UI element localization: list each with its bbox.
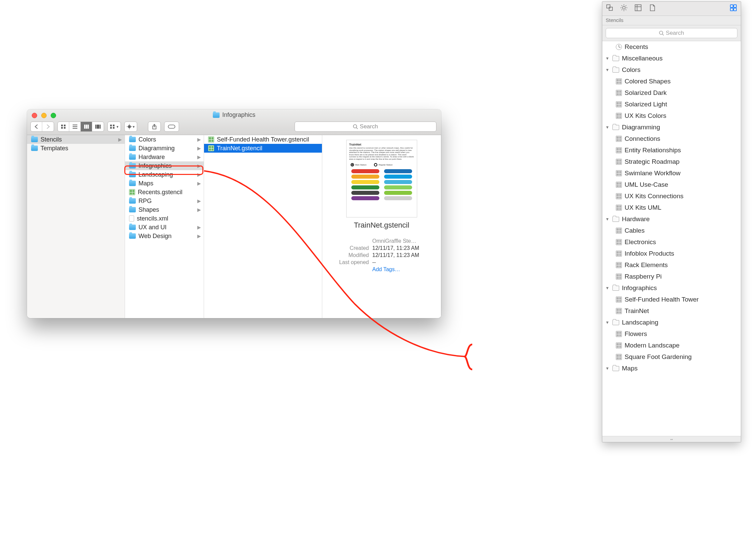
- chevron-right-icon: ▶: [197, 198, 201, 204]
- item-label: Self-Funded Health Tower.gstencil: [217, 136, 309, 143]
- finder-item[interactable]: Templates: [27, 144, 125, 153]
- add-tags-link[interactable]: Add Tags…: [372, 266, 435, 273]
- stencil-icon: [616, 239, 622, 245]
- finder-item[interactable]: Maps▶: [125, 179, 204, 188]
- tree-stencil[interactable]: UML Use-Case: [602, 179, 741, 190]
- tree-folder[interactable]: ▼Landscaping: [602, 317, 741, 328]
- tree-recents[interactable]: Recents: [602, 41, 741, 53]
- finder-item[interactable]: Hardware▶: [125, 153, 204, 161]
- svg-rect-33: [734, 5, 736, 7]
- tags-button[interactable]: [164, 122, 179, 132]
- tree-folder[interactable]: ▼Miscellaneous: [602, 53, 741, 64]
- finder-item[interactable]: Shapes▶: [125, 205, 204, 214]
- stencil-icon: [616, 113, 622, 119]
- finder-item[interactable]: Infographics▶: [125, 161, 204, 170]
- stencil-icon: [616, 228, 622, 234]
- tree-stencil[interactable]: Raspberry Pi: [602, 271, 741, 282]
- finder-preview-column: TrainNet Use this stencil to construct t…: [322, 135, 441, 318]
- finder-item[interactable]: Diagramming▶: [125, 144, 204, 153]
- tree-label: UX Kits Connections: [625, 192, 683, 200]
- svg-rect-3: [64, 127, 66, 129]
- disclosure-triangle-icon[interactable]: ▼: [605, 286, 610, 290]
- preview-metadata: OmniGraffle Ste… Created12/11/17, 11:23 …: [328, 237, 435, 273]
- tree-folder[interactable]: ▼Infographics: [602, 282, 741, 294]
- tree-stencil[interactable]: TrainNet: [602, 305, 741, 317]
- finder-item[interactable]: Self-Funded Health Tower.gstencil: [204, 135, 322, 144]
- tree-stencil[interactable]: UX Kits Connections: [602, 190, 741, 202]
- folder-icon: [129, 163, 136, 169]
- tree-label: Raspberry Pi: [625, 273, 662, 280]
- inspector-document-icon[interactable]: [648, 4, 656, 14]
- item-label: Web Design: [138, 233, 172, 240]
- finder-item[interactable]: RPG▶: [125, 197, 204, 205]
- disclosure-triangle-icon[interactable]: ▼: [605, 125, 610, 130]
- finder-item[interactable]: UX and UI▶: [125, 223, 204, 232]
- share-button[interactable]: [148, 122, 161, 132]
- tree-stencil[interactable]: Solarized Dark: [602, 87, 741, 99]
- tree-stencil[interactable]: UX Kits Colors: [602, 110, 741, 122]
- tree-stencil[interactable]: Square Foot Gardening: [602, 351, 741, 363]
- tree-folder[interactable]: ▼Maps: [602, 363, 741, 374]
- tree-stencil[interactable]: Modern Landscape: [602, 340, 741, 351]
- view-list-button[interactable]: [69, 122, 81, 131]
- finder-item[interactable]: Web Design▶: [125, 232, 204, 240]
- stencil-icon: [616, 182, 622, 188]
- disclosure-triangle-icon[interactable]: ▼: [605, 320, 610, 325]
- view-columns-button[interactable]: [81, 122, 92, 131]
- tree-stencil[interactable]: Colored Shapes: [602, 76, 741, 87]
- color-swatch: [384, 180, 412, 184]
- action-menu[interactable]: ▾: [124, 122, 137, 132]
- meta-created-value: 12/11/17, 11:23 AM: [372, 245, 419, 251]
- disclosure-triangle-icon[interactable]: ▼: [605, 68, 610, 72]
- inspector-settings-icon[interactable]: [620, 4, 628, 14]
- panel-resize-handle[interactable]: ••: [602, 436, 741, 442]
- stencil-icon: [616, 136, 622, 142]
- finder-item[interactable]: Landscaping▶: [125, 170, 204, 179]
- arrange-menu[interactable]: ▾: [107, 122, 121, 132]
- forward-button[interactable]: [42, 122, 54, 131]
- svg-rect-5: [73, 126, 77, 127]
- tree-folder[interactable]: ▼Diagramming: [602, 122, 741, 133]
- tree-folder[interactable]: ▼Hardware: [602, 213, 741, 225]
- chevron-right-icon: ▶: [197, 163, 201, 169]
- tree-label: Connections: [625, 135, 660, 143]
- view-icons-button[interactable]: [58, 122, 69, 131]
- finder-item[interactable]: Colors▶: [125, 135, 204, 144]
- tree-folder[interactable]: ▼Colors: [602, 64, 741, 76]
- tree-stencil[interactable]: Solarized Light: [602, 99, 741, 110]
- svg-rect-27: [609, 7, 612, 10]
- view-gallery-button[interactable]: [92, 122, 104, 131]
- tree-stencil[interactable]: Flowers: [602, 328, 741, 340]
- panel-search[interactable]: Search: [606, 28, 737, 38]
- preview-pane: TrainNet Use this stencil to construct t…: [322, 135, 441, 273]
- color-swatch: [384, 191, 412, 195]
- finder-item[interactable]: stencils.xml: [125, 214, 204, 223]
- finder-item[interactable]: TrainNet.gstencil: [204, 144, 322, 153]
- tree-stencil[interactable]: Infoblox Products: [602, 248, 741, 259]
- finder-item[interactable]: Recents.gstencil: [125, 188, 204, 197]
- disclosure-triangle-icon[interactable]: ▼: [605, 217, 610, 222]
- tree-stencil[interactable]: Self-Funded Health Tower: [602, 294, 741, 305]
- finder-column-0: Stencils▶Templates: [27, 135, 125, 318]
- folder-icon: [213, 112, 220, 118]
- stencil-icon: [616, 308, 622, 314]
- finder-titlebar: Infographics ▾ ▾ Search: [27, 109, 441, 135]
- back-button[interactable]: [31, 122, 42, 131]
- tree-stencil[interactable]: Cables: [602, 225, 741, 236]
- finder-item[interactable]: Stencils▶: [27, 135, 125, 144]
- inspector-stencils-icon[interactable]: [729, 4, 737, 14]
- tree-stencil[interactable]: UX Kits UML: [602, 202, 741, 213]
- tree-stencil[interactable]: Connections: [602, 133, 741, 145]
- disclosure-triangle-icon[interactable]: ▼: [605, 56, 610, 61]
- tree-stencil[interactable]: Strategic Roadmap: [602, 156, 741, 167]
- inspector-canvas-icon[interactable]: [634, 4, 642, 14]
- tree-stencil[interactable]: Rack Elements: [602, 259, 741, 271]
- tree-stencil[interactable]: Entity Relationships: [602, 145, 741, 156]
- thumb-swatches: [349, 169, 414, 200]
- inspector-object-icon[interactable]: [606, 4, 614, 14]
- finder-search[interactable]: Search: [295, 122, 436, 132]
- disclosure-triangle-icon[interactable]: ▼: [605, 366, 610, 371]
- tree-label: Modern Landscape: [625, 342, 680, 349]
- tree-stencil[interactable]: Swimlane Workflow: [602, 167, 741, 179]
- tree-stencil[interactable]: Electronics: [602, 236, 741, 248]
